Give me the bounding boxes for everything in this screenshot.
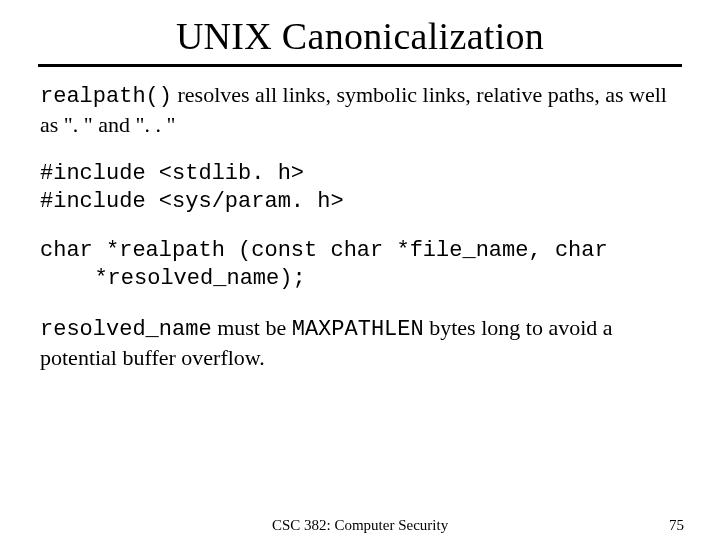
- warning-text-1: must be: [212, 315, 292, 340]
- maxpathlen-code: MAXPATHLEN: [292, 317, 424, 342]
- footer-page-number: 75: [669, 517, 684, 534]
- footer-course: CSC 382: Computer Security: [0, 517, 720, 534]
- include-block: #include <stdlib. h> #include <sys/param…: [40, 160, 680, 215]
- resolved-name-code: resolved_name: [40, 317, 212, 342]
- slide-body: realpath() resolves all links, symbolic …: [40, 81, 680, 371]
- slide-title: UNIX Canonicalization: [0, 14, 720, 58]
- realpath-code: realpath(): [40, 84, 172, 109]
- warning-paragraph: resolved_name must be MAXPATHLEN bytes l…: [40, 314, 680, 371]
- intro-paragraph: realpath() resolves all links, symbolic …: [40, 81, 680, 138]
- slide: UNIX Canonicalization realpath() resolve…: [0, 14, 720, 540]
- prototype-block: char *realpath (const char *file_name, c…: [40, 237, 680, 292]
- title-divider: [38, 64, 682, 67]
